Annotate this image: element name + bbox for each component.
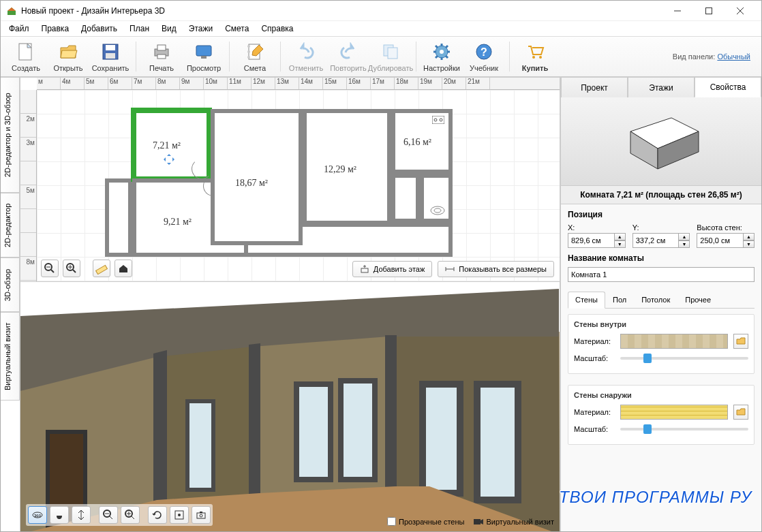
svg-point-13 — [247, 56, 250, 59]
position-header: Позиция — [568, 210, 755, 219]
room-name-header: Название комнаты — [568, 253, 755, 263]
tab-3d[interactable]: 3D-обзор — [1, 257, 20, 312]
folder-icon — [736, 408, 746, 416]
close-button[interactable] — [725, 1, 756, 21]
plan-canvas[interactable]: 7,21 м² 9,21 м² 18,67 м² 12,29 м² 6,16 м… — [37, 90, 560, 281]
app-icon — [6, 5, 17, 16]
tab-vvisit[interactable]: Виртуальный визит — [1, 312, 20, 401]
plan-2d-view[interactable]: м4м5м6м7м8м9м10м11м12м13м14м15м16м17м18м… — [20, 78, 560, 282]
wall-height-input[interactable]: ▲▼ — [697, 233, 755, 248]
menu-floors[interactable]: Этажи — [183, 22, 218, 35]
inside-material-browse[interactable] — [733, 334, 748, 349]
home-button[interactable] — [115, 260, 132, 277]
svg-text:?: ? — [481, 46, 487, 58]
svg-rect-39 — [296, 384, 331, 480]
watermark: ТВОИ ПРОГРАММЫ РУ — [559, 488, 752, 507]
add-floor-icon — [360, 264, 369, 274]
open-icon — [59, 42, 78, 61]
estimate-button[interactable]: Смета — [234, 40, 276, 74]
duplicate-button[interactable]: Дублировать — [369, 40, 412, 74]
room-bath-1[interactable] — [391, 174, 420, 223]
walls-outside-section: Стены снаружи Материал: Масштаб: — [568, 385, 755, 445]
orbit-button[interactable]: 360 — [28, 506, 47, 524]
print-button[interactable]: Печать — [140, 40, 183, 74]
panel-mode-link[interactable]: Обычный — [717, 52, 750, 61]
buy-button[interactable]: Купить — [514, 40, 556, 74]
transparent-walls-checkbox[interactable]: Прозрачные стены — [387, 517, 464, 526]
screenshot-button[interactable] — [192, 506, 211, 524]
new-button[interactable]: Создать — [5, 40, 47, 74]
preview-button[interactable]: Просмотр — [183, 40, 225, 74]
properties-panel: Проект Этажи Свойства Комната 7,21 м² (п… — [560, 77, 761, 532]
zoom-in-button[interactable] — [63, 260, 80, 277]
outside-material-swatch[interactable] — [620, 405, 728, 420]
subtab-other[interactable]: Прочее — [677, 292, 718, 308]
subtab-floor[interactable]: Пол — [605, 292, 634, 308]
menu-file[interactable]: Файл — [3, 22, 35, 35]
pos-y-input[interactable]: ▲▼ — [633, 233, 690, 248]
svg-rect-3 — [106, 45, 115, 50]
menu-help[interactable]: Справка — [256, 22, 299, 35]
room-box-icon — [617, 111, 705, 172]
measure-button[interactable] — [93, 260, 110, 277]
tab-properties[interactable]: Свойства — [695, 77, 761, 97]
zoom-in-3d-button[interactable] — [121, 506, 140, 524]
save-button[interactable]: Сохранить — [89, 40, 132, 74]
save-icon — [101, 42, 120, 61]
room-1-selected[interactable]: 7,21 м² — [132, 109, 211, 181]
menu-add[interactable]: Добавить — [76, 22, 123, 35]
subtab-ceiling[interactable]: Потолок — [634, 292, 677, 308]
undo-button[interactable]: Отменить — [285, 40, 327, 74]
room-hall-left[interactable] — [105, 178, 132, 257]
settings-button[interactable]: Настройки — [421, 40, 463, 74]
zoom-out-3d-button[interactable] — [99, 506, 118, 524]
add-floor-button[interactable]: Добавить этаж — [352, 261, 432, 277]
reset-view-button[interactable] — [148, 506, 167, 524]
room-bath-2[interactable] — [420, 174, 453, 223]
room-5[interactable]: 6,16 м² — [391, 109, 453, 174]
room-3[interactable]: 18,67 м² — [211, 109, 303, 245]
tab-2d-3d[interactable]: 2D-редактор и 3D-обзор — [1, 77, 20, 193]
outside-scale-slider[interactable] — [620, 428, 748, 431]
pan-button[interactable] — [50, 506, 69, 524]
view-3d[interactable]: 360 Прозрачные стены Виртуальный визит — [20, 282, 560, 531]
panel-mode: Вид панели: Обычный — [673, 52, 757, 61]
pos-x-input[interactable]: ▲▼ — [568, 233, 626, 248]
help-button[interactable]: ?Учебник — [463, 40, 505, 74]
tab-2d[interactable]: 2D-редактор — [1, 193, 20, 257]
duplicate-icon — [381, 42, 400, 61]
show-dims-button[interactable]: Показывать все размеры — [438, 261, 554, 277]
redo-button[interactable]: Повторить — [327, 40, 369, 74]
inside-material-swatch[interactable] — [620, 334, 728, 349]
preview-icon — [194, 42, 213, 61]
svg-point-25 — [431, 206, 444, 215]
svg-point-51 — [178, 514, 181, 516]
menu-view[interactable]: Вид — [156, 22, 182, 35]
svg-rect-55 — [474, 519, 481, 525]
room-thumb — [561, 97, 761, 186]
svg-rect-42 — [477, 384, 518, 500]
outside-material-browse[interactable] — [733, 405, 748, 420]
tab-project[interactable]: Проект — [561, 77, 628, 97]
room-name-input[interactable] — [568, 267, 755, 282]
zoom-out-button[interactable] — [41, 260, 59, 277]
maximize-button[interactable] — [693, 1, 725, 21]
svg-rect-15 — [388, 48, 397, 59]
side-tabs: 2D-редактор и 3D-обзор 2D-редактор 3D-об… — [1, 77, 20, 532]
menu-estimate[interactable]: Смета — [219, 22, 254, 35]
fit-view-button[interactable] — [170, 506, 189, 524]
inside-scale-slider[interactable] — [620, 357, 748, 360]
minimize-button[interactable] — [662, 1, 693, 21]
open-button[interactable]: Открыть — [47, 40, 89, 74]
room-4[interactable]: 12,29 м² — [303, 109, 391, 225]
move-handle-icon[interactable] — [164, 154, 174, 165]
svg-rect-40 — [341, 381, 375, 480]
virtual-visit-button[interactable]: Виртуальный визит — [474, 518, 554, 526]
svg-rect-7 — [157, 54, 166, 59]
subtab-walls[interactable]: Стены — [568, 292, 605, 309]
menu-plan[interactable]: План — [124, 22, 155, 35]
dolly-button[interactable] — [72, 506, 91, 524]
menu-edit[interactable]: Правка — [36, 22, 75, 35]
gear-icon — [432, 42, 451, 61]
tab-floors[interactable]: Этажи — [628, 77, 695, 97]
